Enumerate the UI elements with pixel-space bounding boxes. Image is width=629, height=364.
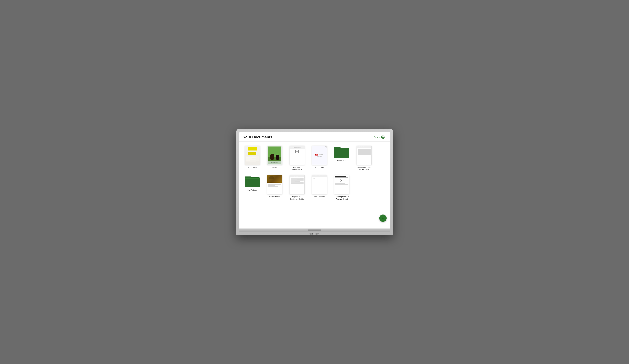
doc-label-my-projects: My Projects	[248, 189, 257, 191]
laptop-base	[239, 229, 390, 232]
doc-label-big-dogs: Big Dogs	[271, 166, 278, 168]
doc-label-pasta-recipe: Pasta Recipe	[269, 196, 280, 198]
doc-label-programming-guide: Programming Beginners Guide	[289, 196, 306, 200]
doc-item-my-projects[interactable]: My Projects	[243, 175, 262, 200]
laptop-frame: Your Documents Select	[236, 129, 393, 235]
summary-header: Fantastic Summaries 101	[290, 146, 305, 149]
documents-grid: Application Big Dogs - Best Friends	[239, 142, 390, 204]
screen: Your Documents Select	[239, 132, 390, 229]
doc-item-fantastic-summaries[interactable]: Fantastic Summaries 101	[288, 146, 306, 171]
folder-icon-my-projects	[245, 175, 260, 188]
doc-thumbnail-big-dogs: Big Dogs - Best Friends	[267, 146, 282, 165]
doc-item-working-smart[interactable]: ✱ The Simple Art Of Working Smart	[332, 175, 351, 200]
doc-thumbnail-application	[245, 146, 260, 165]
folder-icon-homework	[334, 146, 349, 158]
select-button[interactable]: Select	[373, 135, 386, 139]
doc-item-meeting-protocol[interactable]: Meeting Protocol 05.11.2020	[355, 146, 373, 171]
doc-thumbnail-meeting-protocol: Meeting Protocol 05.11.2020	[357, 146, 372, 165]
doc-item-homework[interactable]: Homework	[332, 146, 351, 171]
doc-thumbnail-pasta-recipe	[267, 175, 282, 194]
big-dogs-caption: Big Dogs - Best Friends	[271, 162, 278, 163]
doc-label-fluffy-cats: Fluffy Cats	[315, 166, 323, 168]
screen-content: Your Documents Select	[239, 132, 390, 225]
doc-thumbnail-fantastic-summaries: Fantastic Summaries 101	[290, 146, 305, 165]
doc-thumbnail-programming-guide: Programming Beginners Guide	[290, 175, 305, 194]
add-button[interactable]: +	[379, 215, 387, 222]
doc-item-application[interactable]: Application	[243, 146, 262, 171]
macbook-label: MacBook Pro	[239, 233, 390, 235]
svg-rect-10	[245, 178, 260, 187]
doc-label-fantastic-summaries: Fantastic Summaries 101	[289, 166, 306, 171]
doc-item-programming-guide[interactable]: Programming Beginners Guide	[288, 175, 306, 200]
doc-item-fluffy-cats[interactable]: PDF Summary Welcome to Summaries Fluffy …	[310, 146, 328, 171]
doc-label-the-contract: The Contract	[314, 196, 325, 198]
select-label: Select	[374, 136, 380, 138]
svg-rect-5	[334, 149, 349, 157]
doc-label-meeting-protocol: Meeting Protocol 05.11.2020	[356, 166, 372, 171]
app-header: Your Documents Select	[239, 132, 390, 142]
doc-label-application: Application	[248, 166, 257, 168]
recipe-image	[267, 175, 282, 183]
doc-label-working-smart: The Simple Art Of Working Smart	[333, 196, 350, 200]
laptop-notch	[308, 230, 321, 231]
page-title: Your Documents	[243, 135, 272, 139]
doc-item-pasta-recipe[interactable]: Pasta Recipe	[266, 175, 284, 200]
corner-fold-icon	[325, 146, 327, 148]
doc-thumbnail-the-contract: The Super Secret Summary Contract Introd…	[312, 175, 327, 194]
doc-item-the-contract[interactable]: The Super Secret Summary Contract Introd…	[310, 175, 328, 200]
doc-thumbnail-fluffy-cats: PDF Summary Welcome to Summaries	[312, 146, 327, 165]
doc-thumbnail-working-smart: ✱	[334, 175, 349, 194]
select-icon	[381, 135, 385, 139]
doc-item-big-dogs[interactable]: Big Dogs - Best Friends Big Dogs	[266, 146, 284, 171]
doc-label-homework: Homework	[337, 159, 346, 162]
svg-point-0	[382, 137, 383, 138]
